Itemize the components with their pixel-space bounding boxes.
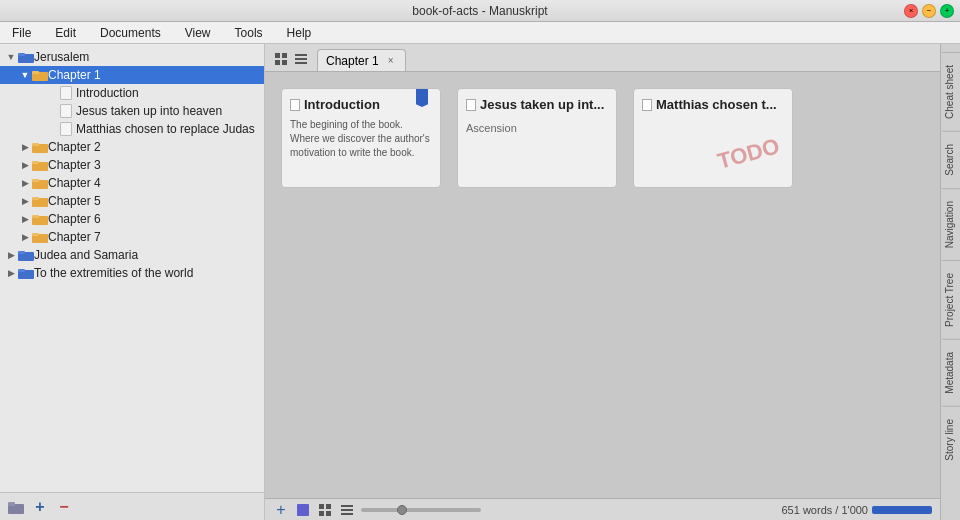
svg-rect-32 — [319, 511, 324, 516]
tab-close-button[interactable]: × — [385, 55, 397, 67]
sidebar-item-jesus-heaven[interactable]: Jesus taken up into heaven — [0, 102, 264, 120]
sidebar-item-label: Jesus taken up into heaven — [76, 104, 222, 118]
svg-rect-36 — [341, 513, 353, 515]
folder-icon — [32, 195, 48, 207]
card-matthias[interactable]: Matthias chosen t... TODO — [633, 88, 793, 188]
sidebar-item-chapter4[interactable]: ▶ Chapter 4 — [0, 174, 264, 192]
close-button[interactable]: × — [904, 4, 918, 18]
folder-icon — [18, 249, 34, 261]
add-card-button[interactable]: + — [273, 502, 289, 518]
menu-edit[interactable]: Edit — [51, 24, 80, 42]
chevron-icon: ▶ — [18, 160, 32, 170]
svg-rect-27 — [295, 58, 307, 60]
right-tab-navigation[interactable]: Navigation — [942, 188, 960, 260]
sidebar-item-chapter5[interactable]: ▶ Chapter 5 — [0, 192, 264, 210]
svg-rect-3 — [32, 71, 39, 74]
sidebar-item-label: Chapter 3 — [48, 158, 101, 172]
card-text: The begining of the book. Where we disco… — [290, 118, 432, 179]
folder-icon — [32, 231, 48, 243]
chevron-icon: ▶ — [4, 250, 18, 260]
svg-rect-15 — [32, 233, 39, 236]
svg-rect-11 — [32, 197, 39, 200]
right-tab-projecttree[interactable]: Project Tree — [942, 260, 960, 339]
folder-icon — [18, 51, 34, 63]
sidebar-item-matthias[interactable]: Matthias chosen to replace Judas — [0, 120, 264, 138]
right-panel: Cheat sheet Search Navigation Project Tr… — [940, 44, 960, 520]
maximize-button[interactable]: + — [940, 4, 954, 18]
sidebar-item-label: Chapter 5 — [48, 194, 101, 208]
chevron-icon: ▶ — [18, 232, 32, 242]
menu-view[interactable]: View — [181, 24, 215, 42]
sidebar-footer: + − — [0, 492, 264, 520]
color-picker-icon[interactable] — [295, 502, 311, 518]
list-view-button[interactable] — [293, 51, 309, 67]
content-area: Chapter 1 × Introduction The begining of… — [265, 44, 940, 520]
sidebar-item-chapter2[interactable]: ▶ Chapter 2 — [0, 138, 264, 156]
sidebar-item-jerusalem[interactable]: ▼ Jerusalem — [0, 48, 264, 66]
document-icon — [290, 99, 300, 111]
card-jesus[interactable]: Jesus taken up int... Ascension — [457, 88, 617, 188]
svg-rect-28 — [295, 62, 307, 64]
svg-rect-7 — [32, 161, 39, 164]
minimize-button[interactable]: − — [922, 4, 936, 18]
window-controls: × − + — [904, 4, 954, 18]
right-tab-search[interactable]: Search — [942, 131, 960, 188]
sidebar-item-extremities[interactable]: ▶ To the extremities of the world — [0, 264, 264, 282]
menubar: File Edit Documents View Tools Help — [0, 22, 960, 44]
chevron-icon: ▼ — [4, 52, 18, 62]
svg-rect-19 — [18, 269, 25, 272]
svg-rect-30 — [319, 504, 324, 509]
document-icon — [60, 104, 72, 118]
svg-rect-22 — [275, 53, 280, 58]
sidebar-item-label: Chapter 2 — [48, 140, 101, 154]
list-view-icon[interactable] — [339, 502, 355, 518]
folder-icon — [32, 141, 48, 153]
word-count-bar — [872, 506, 932, 514]
svg-rect-25 — [282, 60, 287, 65]
document-icon — [60, 86, 72, 100]
svg-rect-29 — [297, 504, 309, 516]
svg-rect-21 — [8, 502, 15, 506]
menu-documents[interactable]: Documents — [96, 24, 165, 42]
sidebar-item-introduction[interactable]: Introduction — [0, 84, 264, 102]
word-count-text: 651 words / 1'000 — [782, 504, 869, 516]
card-title: Introduction — [304, 97, 380, 112]
chevron-icon: ▶ — [18, 178, 32, 188]
sidebar-item-label: Matthias chosen to replace Judas — [76, 122, 255, 136]
card-introduction[interactable]: Introduction The begining of the book. W… — [281, 88, 441, 188]
folder-icon — [32, 213, 48, 225]
sidebar-item-chapter7[interactable]: ▶ Chapter 7 — [0, 228, 264, 246]
grid-view-button[interactable] — [273, 51, 289, 67]
sidebar-tree: ▼ Jerusalem ▼ Chapter 1 In — [0, 44, 264, 492]
sidebar-item-chapter3[interactable]: ▶ Chapter 3 — [0, 156, 264, 174]
zoom-slider[interactable] — [361, 508, 481, 512]
svg-rect-23 — [282, 53, 287, 58]
menu-file[interactable]: File — [8, 24, 35, 42]
tab-chapter1[interactable]: Chapter 1 × — [317, 49, 406, 71]
right-tab-metadata[interactable]: Metadata — [942, 339, 960, 406]
card-header: Jesus taken up int... — [466, 97, 608, 112]
svg-rect-33 — [326, 511, 331, 516]
chevron-icon: ▶ — [4, 268, 18, 278]
add-button[interactable]: + — [32, 499, 48, 515]
folder-button[interactable] — [8, 499, 24, 515]
sidebar-item-chapter1[interactable]: ▼ Chapter 1 — [0, 66, 264, 84]
bottom-bar: + — [265, 498, 940, 520]
svg-rect-31 — [326, 504, 331, 509]
sidebar-item-chapter6[interactable]: ▶ Chapter 6 — [0, 210, 264, 228]
cards-area: Introduction The begining of the book. W… — [265, 72, 940, 498]
card-header: Introduction — [290, 97, 432, 112]
grid-view-icon[interactable] — [317, 502, 333, 518]
sidebar-item-label: Chapter 1 — [48, 68, 101, 82]
svg-rect-24 — [275, 60, 280, 65]
right-tab-cheatsheet[interactable]: Cheat sheet — [942, 52, 960, 131]
menu-tools[interactable]: Tools — [231, 24, 267, 42]
remove-button[interactable]: − — [56, 499, 72, 515]
zoom-thumb[interactable] — [397, 505, 407, 515]
right-tab-storyline[interactable]: Story line — [942, 406, 960, 473]
menu-help[interactable]: Help — [283, 24, 316, 42]
sidebar-item-label: Chapter 7 — [48, 230, 101, 244]
sidebar: ▼ Jerusalem ▼ Chapter 1 In — [0, 44, 265, 520]
sidebar-item-label: Jerusalem — [34, 50, 89, 64]
sidebar-item-judea[interactable]: ▶ Judea and Samaria — [0, 246, 264, 264]
